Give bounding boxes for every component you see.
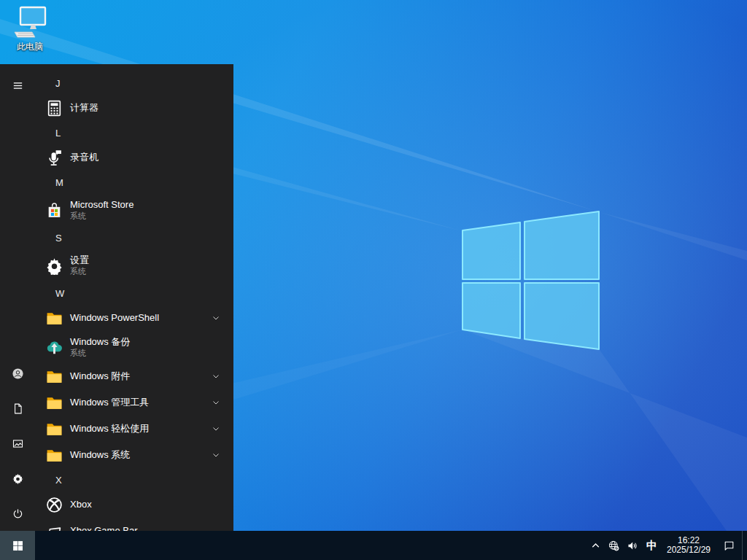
app-item-label: Windows 轻松使用	[70, 423, 149, 435]
folder-icon	[44, 392, 64, 413]
app-list-letter-header[interactable]: M	[35, 171, 233, 194]
app-list-item[interactable]: Windows 附件	[35, 363, 233, 389]
document-icon	[12, 402, 24, 415]
app-item-sublabel: 系统	[70, 211, 133, 221]
app-list-item[interactable]: Xbox	[35, 491, 233, 518]
app-list-item[interactable]: Windows 管理工具	[35, 389, 233, 416]
chevron-down-icon[interactable]	[212, 314, 220, 322]
ime-indicator[interactable]: 中	[642, 531, 662, 560]
folder-icon	[44, 419, 64, 439]
rail-button-documents[interactable]	[0, 391, 35, 426]
backup-cloud-icon	[44, 337, 64, 357]
microsoft-store-icon	[44, 200, 64, 220]
clock-date: 2025/12/29	[667, 545, 711, 555]
app-item-label: Microsoft Store	[70, 199, 133, 211]
app-item-label: Windows 附件	[70, 370, 130, 382]
app-item-label: Windows 备份	[70, 336, 130, 348]
app-item-sublabel: 系统	[70, 348, 130, 358]
xbox-game-bar-icon	[44, 521, 64, 531]
rail-button-power[interactable]	[0, 496, 35, 531]
app-item-label: Xbox Game Bar	[70, 525, 138, 531]
app-item-label: 设置	[70, 254, 89, 266]
show-desktop-button[interactable]	[742, 531, 747, 560]
chevron-up-icon	[589, 540, 602, 552]
calculator-icon	[44, 98, 64, 118]
chevron-down-icon[interactable]	[212, 451, 220, 459]
desktop-icon-this-pc[interactable]: 此电脑	[9, 6, 51, 53]
app-item-label: Xbox	[70, 499, 92, 510]
app-list-letter-header[interactable]: J	[35, 71, 233, 95]
start-menu-rail	[0, 64, 35, 531]
xbox-icon	[44, 494, 64, 515]
power-icon	[12, 508, 24, 520]
app-list-item[interactable]: Windows 备份系统	[35, 331, 233, 363]
globe-offline-icon	[608, 540, 620, 552]
action-center-button[interactable]	[716, 531, 742, 560]
network-status-button[interactable]	[604, 531, 623, 560]
folder-icon	[44, 445, 64, 465]
app-list-item[interactable]: 录音机	[35, 144, 233, 171]
start-button[interactable]	[0, 531, 35, 560]
app-list-item[interactable]: Microsoft Store系统	[35, 194, 233, 226]
rail-button-user[interactable]	[0, 356, 35, 391]
hamburger-icon	[12, 79, 24, 92]
app-item-label: Windows PowerShell	[70, 312, 159, 324]
rail-button-settings[interactable]	[0, 461, 35, 496]
app-list-letter-header[interactable]: S	[35, 226, 233, 249]
volume-button[interactable]	[623, 531, 642, 560]
app-list-item[interactable]: Xbox Game Bar	[35, 518, 233, 531]
start-menu-app-list: J计算器L录音机MMicrosoft Store系统S设置系统WWindows …	[35, 71, 233, 531]
rail-button-pictures[interactable]	[0, 426, 35, 461]
folder-icon	[44, 308, 64, 328]
taskbar: 中 16:22 2025/12/29	[0, 531, 747, 560]
chevron-down-icon[interactable]	[212, 372, 220, 381]
system-tray: 中 16:22 2025/12/29	[587, 531, 747, 560]
chevron-down-icon[interactable]	[212, 424, 220, 433]
app-item-label: 计算器	[70, 102, 98, 114]
app-list-item[interactable]: 设置系统	[35, 249, 233, 281]
folder-icon	[44, 366, 64, 386]
computer-icon	[12, 6, 47, 39]
clock[interactable]: 16:22 2025/12/29	[662, 531, 716, 560]
windows-flag-icon	[12, 540, 24, 552]
gear-icon	[12, 472, 24, 485]
app-item-label: Windows 系统	[70, 449, 130, 461]
app-list-item[interactable]: Windows PowerShell	[35, 305, 233, 331]
app-list-item[interactable]: Windows 轻松使用	[35, 416, 233, 442]
app-list-letter-header[interactable]: W	[35, 281, 233, 305]
chevron-down-icon[interactable]	[212, 398, 220, 407]
user-icon	[9, 365, 26, 381]
app-item-sublabel: 系统	[70, 266, 89, 276]
app-item-label: Windows 管理工具	[70, 397, 149, 408]
app-list-item[interactable]: Windows 系统	[35, 442, 233, 468]
voice-recorder-icon	[44, 147, 64, 168]
speaker-icon	[627, 540, 639, 552]
app-list-letter-header[interactable]: X	[35, 468, 233, 491]
pictures-icon	[12, 438, 24, 450]
desktop-icon-label: 此电脑	[9, 41, 51, 53]
app-item-label: 录音机	[70, 152, 98, 163]
app-list-letter-header[interactable]: L	[35, 121, 233, 144]
action-center-icon	[723, 540, 735, 552]
start-menu: J计算器L录音机MMicrosoft Store系统S设置系统WWindows …	[0, 64, 233, 531]
settings-gear-icon	[44, 255, 64, 276]
rail-button-hamburger[interactable]	[0, 68, 35, 103]
tray-overflow-button[interactable]	[587, 531, 604, 560]
app-list-item[interactable]: 计算器	[35, 95, 233, 121]
